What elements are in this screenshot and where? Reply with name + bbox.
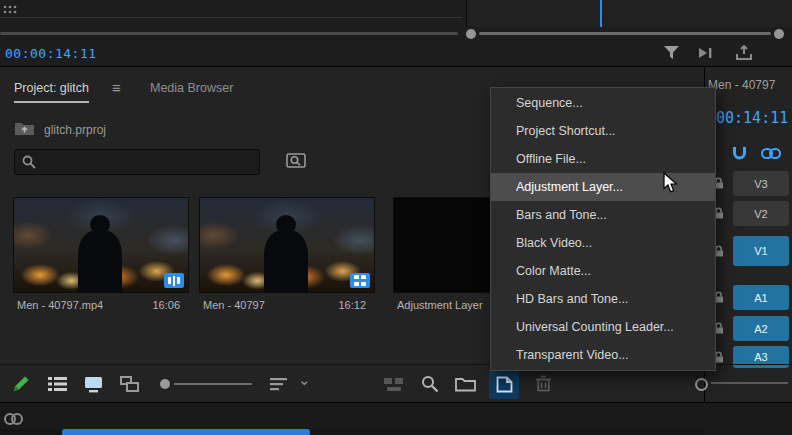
tab-media-browser-label: Media Browser [150, 81, 233, 95]
clip-name[interactable]: Men - 40797 [203, 299, 265, 311]
project-item-card[interactable]: Men - 40797 16:12 [198, 195, 376, 317]
timeline-panel: Men - 40797 00:14:11 V3 V2 V1 A1 A2 A3 [704, 67, 792, 402]
clip-duration: 16:06 [152, 299, 180, 311]
folder-up-icon[interactable] [14, 120, 35, 136]
new-item-menu: Sequence... Project Shortcut... Offline … [490, 87, 716, 371]
linked-selection-icon[interactable] [761, 148, 781, 159]
chevron-down-icon[interactable]: ⌄ [298, 371, 311, 389]
status-bar [0, 402, 792, 435]
top-right-region [466, 0, 792, 27]
silhouette-figure [264, 230, 308, 292]
tab-media-browser[interactable]: Media Browser [150, 81, 233, 101]
clip-name[interactable]: Men - 40797.mp4 [17, 299, 103, 311]
zoom-handle-right[interactable] [774, 29, 784, 39]
project-writable-pen-icon[interactable] [12, 374, 31, 393]
freeform-view-icon[interactable] [120, 376, 139, 392]
zoom-handle-left[interactable] [466, 29, 476, 39]
sequence-thumbnail[interactable] [199, 197, 375, 293]
menu-item-adjustment-layer[interactable]: Adjustment Layer... [491, 173, 715, 201]
menu-item-color-matte[interactable]: Color Matte... [491, 257, 715, 285]
zoom-scrollbar-track[interactable] [479, 32, 771, 35]
menu-item-sequence[interactable]: Sequence... [491, 89, 715, 117]
mouse-cursor [663, 172, 678, 194]
link-icon[interactable] [4, 412, 23, 426]
timeline-panel-title[interactable]: Men - 40797 [708, 78, 775, 92]
search-bin-icon[interactable] [286, 152, 306, 169]
menu-item-hd-bars-and-tone[interactable]: HD Bars and Tone... [491, 285, 715, 313]
export-icon[interactable] [735, 45, 753, 60]
playhead[interactable] [600, 0, 602, 27]
panel-grip-icon [3, 5, 18, 15]
menu-item-project-shortcut[interactable]: Project Shortcut... [491, 117, 715, 145]
snap-magnet-icon[interactable] [731, 145, 748, 162]
menu-item-bars-and-tone[interactable]: Bars and Tone... [491, 201, 715, 229]
clip-thumbnail[interactable] [13, 197, 189, 293]
timeline-panel-timecode[interactable]: 00:14:11 [716, 109, 788, 127]
track-header-a1[interactable]: A1 [733, 285, 789, 310]
list-view-icon[interactable] [48, 376, 67, 392]
clip-edge-line [0, 17, 462, 18]
new-item-button[interactable] [489, 369, 519, 399]
step-forward-icon[interactable] [698, 47, 716, 59]
track-header-v1[interactable]: V1 [733, 236, 789, 266]
zoom-slider-track[interactable] [174, 383, 252, 385]
icon-view-icon[interactable] [84, 376, 103, 393]
menu-item-universal-counting-leader[interactable]: Universal Counting Leader... [491, 313, 715, 341]
new-item-icon [496, 376, 513, 393]
silhouette-figure [78, 230, 122, 292]
menu-item-offline-file[interactable]: Offline File... [491, 145, 715, 173]
sort-icon[interactable] [270, 378, 287, 391]
search-box[interactable] [14, 149, 260, 175]
track-header-a2[interactable]: A2 [733, 316, 789, 341]
clip-name[interactable]: Adjustment Layer [397, 299, 483, 311]
project-item-card[interactable]: Men - 40797.mp4 16:06 [12, 195, 190, 317]
tab-project-label: Project: glitch [14, 81, 89, 95]
timeline-scrollbar-left[interactable] [0, 32, 458, 35]
timeline-zoom-track[interactable] [711, 382, 788, 384]
automate-to-sequence-icon[interactable] [384, 376, 405, 392]
menu-item-black-video[interactable]: Black Video... [491, 229, 715, 257]
clip-duration: 16:12 [338, 299, 366, 311]
tab-project[interactable]: Project: glitch [14, 81, 89, 103]
search-icon [22, 155, 36, 169]
timeline-strip: 00:00:14:11 [0, 0, 792, 67]
timeline-timecode[interactable]: 00:00:14:11 [5, 46, 97, 61]
sequence-badge [350, 273, 370, 288]
new-bin-icon[interactable] [455, 376, 476, 392]
track-header-v3[interactable]: V3 [733, 171, 789, 196]
media-type-badge [164, 273, 184, 288]
zoom-scrollbar[interactable] [466, 29, 784, 39]
trash-icon[interactable] [536, 375, 551, 392]
find-icon[interactable] [421, 375, 439, 393]
zoom-slider-handle[interactable] [160, 379, 170, 389]
breadcrumb[interactable]: glitch.prproj [44, 123, 106, 137]
search-input[interactable] [41, 152, 255, 172]
timeline-zoom-handle[interactable] [695, 378, 708, 391]
track-header-v2[interactable]: V2 [733, 201, 789, 226]
filter-icon[interactable] [663, 45, 680, 60]
timeline-toolbar-divider [705, 364, 792, 365]
menu-item-transparent-video[interactable]: Transparent Video... [491, 341, 715, 369]
horizontal-scrollbar-thumb[interactable] [62, 429, 310, 435]
panel-menu-icon[interactable]: ≡ [112, 79, 121, 96]
